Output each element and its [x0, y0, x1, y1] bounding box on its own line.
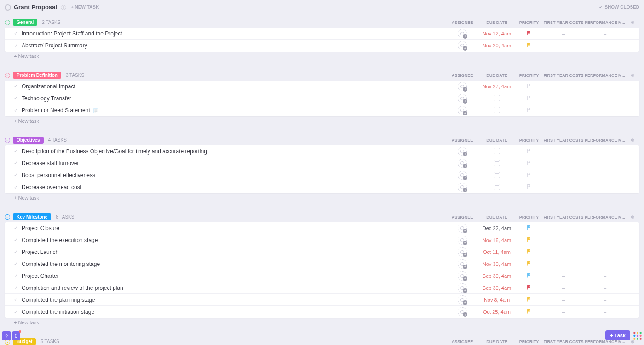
assignee-cell[interactable]: + [446, 29, 478, 38]
col-performance[interactable]: PERFORMANCE M... [584, 20, 626, 25]
flag-icon[interactable] [526, 184, 532, 190]
priority-cell[interactable] [515, 261, 543, 267]
task-name[interactable]: Project Launch [22, 249, 446, 255]
priority-cell[interactable] [515, 95, 543, 102]
priority-cell[interactable] [515, 225, 543, 231]
performance-cell[interactable]: – [584, 172, 626, 178]
priority-cell[interactable] [515, 148, 543, 155]
performance-cell[interactable]: – [584, 84, 626, 89]
assign-icon[interactable]: + [458, 41, 467, 50]
check-icon[interactable]: ✓ [14, 297, 18, 303]
assignee-cell[interactable]: + [446, 271, 478, 281]
priority-cell[interactable] [515, 285, 543, 291]
calendar-icon[interactable] [494, 107, 500, 113]
first-year-cell[interactable]: – [543, 31, 584, 36]
due-date-cell[interactable] [478, 160, 515, 167]
task-row[interactable]: ✓Decrease overhead cost +–– [5, 181, 639, 193]
assign-icon[interactable]: + [458, 307, 467, 316]
calendar-icon[interactable] [494, 148, 500, 154]
col-first-year[interactable]: FIRST YEAR COSTS [543, 215, 584, 219]
new-task-button[interactable]: + NEW TASK [71, 5, 99, 10]
add-column-icon[interactable]: ⊕ [626, 214, 639, 219]
add-task-button[interactable]: + New task [0, 318, 644, 330]
performance-cell[interactable]: – [584, 249, 626, 255]
col-first-year[interactable]: FIRST YEAR COSTS [543, 73, 584, 78]
add-column-icon[interactable]: ⊕ [626, 20, 639, 25]
performance-cell[interactable]: – [584, 161, 626, 166]
due-date-cell[interactable]: Nov 20, 4am [478, 43, 515, 48]
col-performance[interactable]: PERFORMANCE M... [584, 73, 626, 78]
fab-task-button[interactable]: + Task [605, 330, 630, 340]
assign-icon[interactable]: + [458, 106, 467, 115]
col-priority[interactable]: PRIORITY [515, 339, 543, 344]
add-column-icon[interactable]: ⊕ [626, 138, 639, 143]
check-icon[interactable]: ✓ [14, 108, 18, 114]
first-year-cell[interactable]: – [543, 309, 584, 315]
task-name[interactable]: Technology Transfer [22, 95, 446, 102]
performance-cell[interactable]: – [584, 297, 626, 303]
task-row[interactable]: ✓Completed the initiation stage +Oct 25,… [5, 306, 639, 318]
flag-icon[interactable] [526, 160, 532, 166]
performance-cell[interactable]: – [584, 43, 626, 48]
due-date-cell[interactable]: Dec 22, 4am [478, 225, 515, 231]
add-column-icon[interactable]: ⊕ [626, 73, 639, 78]
assignee-cell[interactable]: + [446, 82, 478, 91]
task-row[interactable]: ✓Abstract/ Project Summary +Nov 20, 4am–… [5, 40, 639, 52]
col-performance[interactable]: PERFORMANCE M... [584, 138, 626, 143]
check-icon[interactable]: ✓ [14, 249, 18, 255]
flag-icon[interactable] [526, 30, 532, 36]
assign-icon[interactable]: + [458, 283, 467, 293]
task-row[interactable]: ✓Decrease staff turnover +–– [5, 157, 639, 169]
task-row[interactable]: ✓Project Charter +Sep 30, 4am–– [5, 270, 639, 282]
first-year-cell[interactable]: – [543, 261, 584, 267]
task-name[interactable]: Completed the execution stage [22, 237, 446, 243]
collapse-icon[interactable]: ⌄ [5, 20, 10, 25]
col-first-year[interactable]: FIRST YEAR COSTS [543, 20, 584, 25]
assign-icon[interactable]: + [458, 159, 467, 168]
add-task-button[interactable]: + New task [0, 193, 644, 205]
performance-cell[interactable]: – [584, 108, 626, 113]
check-icon[interactable]: ✓ [14, 261, 18, 267]
performance-cell[interactable]: – [584, 285, 626, 291]
first-year-cell[interactable]: – [543, 43, 584, 48]
priority-cell[interactable] [515, 184, 543, 190]
calendar-icon[interactable] [494, 172, 500, 178]
check-icon[interactable]: ✓ [14, 273, 18, 279]
check-icon[interactable]: ✓ [14, 148, 18, 154]
assignee-cell[interactable]: + [446, 171, 478, 180]
due-date-cell[interactable]: Nov 16, 4am [478, 237, 515, 243]
first-year-cell[interactable]: – [543, 149, 584, 154]
flag-icon[interactable] [526, 107, 532, 113]
assignee-cell[interactable]: + [446, 183, 478, 192]
assignee-cell[interactable]: + [446, 259, 478, 269]
flag-icon[interactable] [526, 42, 532, 48]
col-assignee[interactable]: ASSIGNEE [446, 138, 478, 143]
flag-icon[interactable] [526, 237, 532, 242]
check-icon[interactable]: ✓ [14, 172, 18, 178]
flag-icon[interactable] [526, 83, 532, 89]
col-assignee[interactable]: ASSIGNEE [446, 215, 478, 219]
priority-cell[interactable] [515, 107, 543, 114]
due-date-cell[interactable] [478, 184, 515, 191]
task-name[interactable]: Decrease overhead cost [22, 184, 446, 190]
priority-cell[interactable] [515, 42, 543, 49]
assign-icon[interactable]: + [458, 183, 467, 192]
calendar-icon[interactable] [494, 184, 500, 190]
first-year-cell[interactable]: – [543, 161, 584, 166]
due-date-cell[interactable]: Oct 25, 4am [478, 309, 515, 315]
col-priority[interactable]: PRIORITY [515, 20, 543, 25]
col-due-date[interactable]: DUE DATE [478, 138, 515, 143]
task-name[interactable]: Completed the planning stage [22, 297, 446, 303]
col-due-date[interactable]: DUE DATE [478, 73, 515, 78]
add-task-button[interactable]: + New task [0, 116, 644, 128]
task-row[interactable]: ✓Project Closure +Dec 22, 4am–– [5, 222, 639, 234]
collapse-icon[interactable]: ⌄ [5, 138, 10, 143]
task-name[interactable]: Completed the initiation stage [22, 309, 446, 315]
flag-icon[interactable] [526, 225, 532, 230]
task-row[interactable]: ✓Project Launch +Oct 11, 4am–– [5, 246, 639, 258]
check-icon[interactable]: ✓ [14, 184, 18, 190]
info-icon[interactable]: i [61, 5, 66, 10]
performance-cell[interactable]: – [584, 237, 626, 243]
due-date-cell[interactable] [478, 107, 515, 114]
assignee-cell[interactable]: + [446, 247, 478, 257]
